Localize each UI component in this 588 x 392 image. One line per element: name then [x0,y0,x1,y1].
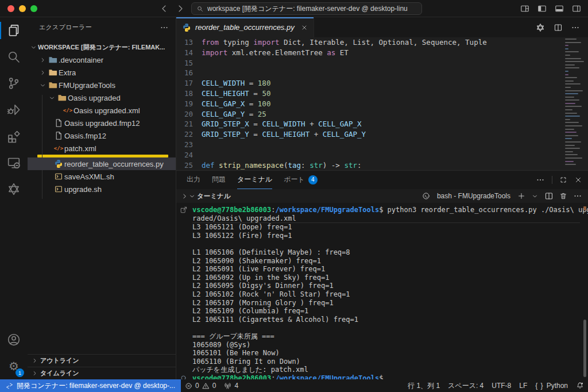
activity-item-source-control[interactable] [0,70,28,97]
more-actions-icon[interactable] [536,175,545,185]
status-item-label: LF [519,382,527,390]
notifications-bell[interactable] [572,382,588,390]
remote-indicator[interactable]: 開発コンテナー: filemaker-server-dev @ desktop-… [0,379,181,392]
tree-item[interactable]: </>patch.xml [28,142,176,155]
zoom-window-button[interactable] [30,5,37,12]
sidebar-header: エクスプローラー [28,17,176,37]
tree-item[interactable]: upgrade.sh [28,183,176,195]
layout-panel-icon[interactable] [555,4,564,13]
error-count: 0 [195,382,199,390]
layout-secondary-icon[interactable] [572,4,581,13]
code-lines: 13from typing import Dict, Iterable, Lis… [176,37,588,170]
terminal-line: L2 1065111 (Cigarettes & Alcohol) freq=1 [192,316,580,324]
tree-item-label: WORKSPACE [開発コンテナー: FILEMAK... [38,43,165,52]
xml-icon: </> [62,107,74,113]
status-item[interactable]: { }Python [531,382,572,390]
new-terminal-icon[interactable] [517,192,525,200]
terminal-line: L2 1065107 (Morning Glory ) freq=1 [192,299,580,308]
activity-item-extensions[interactable] [0,123,28,149]
panel-tabs: 出力問題ターミナルポート4 [176,171,588,189]
code-editor[interactable]: 13from typing import Dict, Iterable, Lis… [176,37,588,170]
back-icon[interactable] [160,4,169,13]
ports-status[interactable]: 4 [220,379,242,392]
tree-item[interactable]: Oasis upgraded.fmp12 [28,117,176,129]
chevron-right-icon [30,358,39,364]
terminal-line: vscode@778be2b86003:/workspace/FMUpgrade… [192,374,580,379]
more-actions-icon[interactable] [573,191,582,201]
status-item[interactable]: LF [515,382,531,390]
terminal-section-title: ターミナル [197,192,231,201]
tree-item[interactable]: saveAsXML.sh [28,170,176,183]
minimap[interactable] [565,39,586,167]
activity-item-accounts[interactable] [0,326,28,353]
status-item[interactable]: 行 1、列 1 [404,381,444,391]
maximize-panel-icon[interactable] [559,176,567,184]
terminal-line: L2 1065095 (Digsy's Dinner) freq=1 [192,282,580,290]
code-line: 18CELL_HEIGHT = 50 [176,89,588,99]
folder-open-icon [56,93,68,102]
panel-tab[interactable]: ターミナル [237,171,272,189]
tree-item-label: .devcontainer [59,56,103,64]
section-header[interactable]: タイムライン [28,367,176,379]
problems-status[interactable]: 0 0 [181,379,220,392]
code-text: def strip_namespace(tag: str) -> str: [202,160,362,170]
bell-icon [576,382,584,390]
activity-item-search[interactable] [0,44,28,70]
tree-item[interactable]: .devcontainer [28,53,176,66]
split-icon[interactable] [554,23,563,32]
forward-icon[interactable] [176,4,185,13]
file-icon [53,131,64,140]
tree-item[interactable]: Oasis.fmp12 [28,129,176,142]
tree-item[interactable]: </>Oasis upgraded.xml [28,104,176,117]
command-center-search[interactable] [191,2,422,15]
panel-tab[interactable]: ポート4 [284,171,318,189]
status-item[interactable]: UTF-8 [488,382,515,390]
tree-item[interactable]: Extra [28,66,176,79]
terminal-session-label[interactable]: bash - FMUpgradeTools [437,192,510,200]
layout-customize-icon[interactable] [520,4,529,13]
activity-item-chatgpt[interactable] [0,176,28,202]
panel-tab[interactable]: 出力 [187,171,200,189]
line-number: 17 [176,78,202,89]
tree-item[interactable]: FMUpgradeTools [28,79,176,91]
line-number: 16 [176,68,202,78]
tree-item[interactable]: Oasis upgraded [28,91,176,104]
tree-item[interactable]: WORKSPACE [開発コンテナー: FILEMAK... [28,41,176,53]
close-panel-icon[interactable] [574,176,582,184]
bottom-panel: 出力問題ターミナルポート4 ターミナル bash - FMUpgradeTool [176,170,588,379]
code-line: 14import xml.etree.ElementTree as ET [176,48,588,58]
editor-column: reorder_table_occurrences.py 13from typi… [176,17,588,379]
close-window-button[interactable] [7,5,14,12]
tree-item-label: patch.xml [64,144,96,153]
search-input[interactable] [207,5,417,13]
terminal-line: L2 1065091 (Live Forever) freq=1 [192,265,580,274]
line-number: 13 [176,37,202,48]
warning-icon [202,382,210,390]
python-file-icon [182,23,191,32]
more-actions-icon[interactable] [160,23,169,32]
layout-sidebar-icon[interactable] [537,4,547,13]
more-icon[interactable] [571,23,580,32]
split-terminal-icon[interactable] [544,191,554,201]
minimize-window-button[interactable] [19,5,26,12]
chevron-right-icon[interactable] [181,193,188,200]
chevron-down-icon[interactable] [188,193,196,200]
activity-item-run-debug[interactable] [0,97,28,123]
tree-item[interactable]: reorder_table_occurrences.py [28,157,176,170]
section-header[interactable]: アウトライン [28,354,176,367]
activity-item-explorer[interactable] [0,17,28,44]
activity-item-settings[interactable]: ⚙1 [0,353,28,379]
kill-terminal-icon[interactable] [559,192,567,200]
terminal-dropdown-icon[interactable] [531,193,539,200]
search-icon [196,5,204,13]
terminal-output[interactable]: vscode@778be2b86003:/workspace/FMUpgrade… [176,203,588,379]
terminal-scrollbar[interactable] [583,320,586,377]
editor-tab[interactable]: reorder_table_occurrences.py [176,17,314,37]
status-right: 行 1、列 1スペース: 4UTF-8LF{ }Python [404,381,588,391]
activity-item-remote-explorer[interactable] [0,149,28,176]
close-tab-icon[interactable] [301,24,308,31]
chatgpt-icon[interactable] [535,22,546,33]
status-item[interactable]: スペース: 4 [444,381,488,391]
panel-tab[interactable]: 問題 [212,171,226,189]
code-text: CELL_WIDTH = 180 [202,78,270,89]
